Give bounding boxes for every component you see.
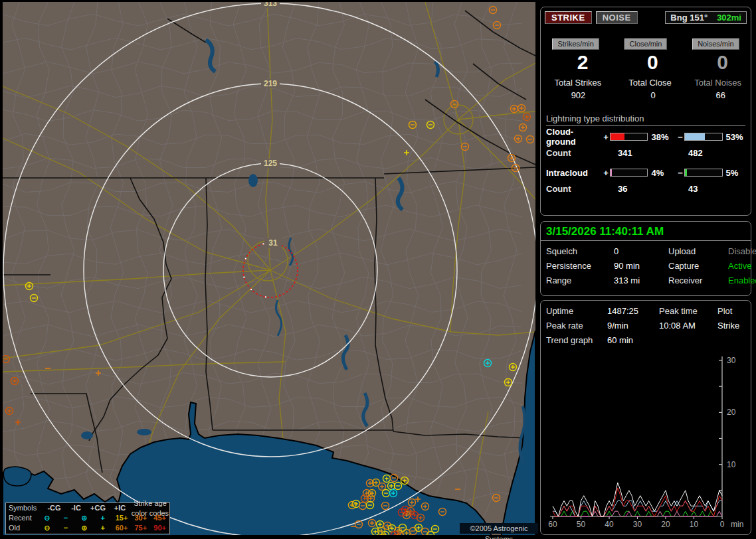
- noise-toggle-button[interactable]: NOISE: [596, 11, 638, 24]
- strike-legend: Symbols -CG -IC +CG +IC Strike age color…: [5, 502, 170, 534]
- pos-cg-count: 341: [618, 148, 688, 158]
- total-noises-value: 66: [681, 90, 751, 100]
- plus-sign: +: [602, 168, 610, 178]
- neg-ic-count: 43: [688, 184, 698, 194]
- pos-ic-count: 36: [618, 184, 688, 194]
- upload-label: Upload: [668, 246, 728, 256]
- strike-toggle-button[interactable]: STRIKE: [545, 11, 592, 24]
- peak-rate-value: 9/min: [607, 321, 659, 331]
- neg-ic-bar: [684, 169, 722, 177]
- trend-xtick-30: 30: [633, 520, 642, 529]
- total-close-label: Total Close: [611, 78, 680, 88]
- copyright-notice: ©2005 Astrogenic Systems: [460, 523, 538, 534]
- neg-cg-bar: [684, 133, 722, 141]
- legend-col-neg-ic: -IC: [65, 503, 87, 513]
- map-canvas[interactable]: 31321912531: [0, 0, 538, 539]
- recent-neg-ic-icon: −: [56, 513, 75, 523]
- range-value: 313 mi: [614, 275, 668, 285]
- trend-graph: 1020306050403020100min: [541, 352, 751, 533]
- strikes-per-min-value: 2: [541, 51, 611, 74]
- status-panel: 3/15/2026 11:40:11 AM Squelch 0 Upload D…: [540, 221, 751, 296]
- trend-series-cg_pos: [553, 488, 722, 516]
- total-strikes-label: Total Strikes: [541, 78, 611, 88]
- close-per-min-chip: Close/min: [624, 38, 668, 50]
- legend-col-neg-cg: -CG: [43, 503, 65, 513]
- pos-ic-percent: 4%: [648, 168, 676, 178]
- recent-neg-cg-icon: ⊖: [38, 513, 56, 523]
- legend-recent-label: Recent: [6, 513, 38, 523]
- age-90: 90+: [150, 523, 169, 533]
- peak-time-value: 10:08 AM: [659, 321, 717, 331]
- persistence-value: 90 min: [614, 261, 668, 271]
- plot-label: Plot: [717, 306, 751, 316]
- trend-xtick-10: 10: [690, 520, 699, 529]
- trend-ytick-10: 10: [727, 460, 736, 469]
- strikes-per-min-chip: Strikes/min: [552, 38, 599, 50]
- pos-cg-bar: [610, 133, 648, 141]
- capture-label: Capture: [668, 261, 728, 271]
- side-panel: STRIKE NOISE Bng 151° 302mi Strikes/min …: [539, 0, 753, 539]
- age-75: 75+: [131, 523, 150, 533]
- ring-label-313: 313: [264, 0, 277, 8]
- legend-col-pos-ic: +IC: [109, 503, 131, 513]
- nexstorm-window: 31321912531 Symbols -CG -IC +CG +IC Stri…: [0, 0, 756, 539]
- uptime-label: Uptime: [546, 306, 607, 316]
- pos-cg-percent: 38%: [648, 132, 676, 142]
- ring-label-31: 31: [268, 238, 278, 248]
- range-label: Range: [546, 275, 614, 285]
- trend-ytick-30: 30: [727, 356, 736, 365]
- recent-pos-ic-icon: +: [94, 513, 112, 523]
- distribution-title: Lightning type distribution: [546, 114, 745, 126]
- old-neg-cg-icon: ⊖: [38, 523, 56, 533]
- total-strikes-value: 902: [541, 90, 611, 100]
- legend-col-pos-cg: +CG: [87, 503, 109, 513]
- legend-symbols-label: Symbols: [6, 503, 43, 513]
- plus-sign: +: [602, 132, 610, 142]
- age-30: 30+: [131, 513, 150, 523]
- minus-sign: −: [676, 132, 684, 142]
- capture-status: Active: [728, 261, 756, 271]
- trend-xtick-0: 0: [720, 520, 725, 529]
- old-neg-ic-icon: −: [56, 523, 75, 533]
- age-60: 60+: [112, 523, 132, 533]
- trend-xtick-60: 60: [548, 520, 557, 529]
- trend-graph-label: Trend graph: [546, 335, 607, 345]
- squelch-label: Squelch: [546, 246, 614, 256]
- trend-xtick-20: 20: [661, 520, 670, 529]
- total-close-value: 0: [611, 90, 680, 100]
- plot-mode-value: Strike: [717, 321, 751, 331]
- age-15: 15+: [112, 513, 132, 523]
- squelch-value: 0: [614, 246, 668, 256]
- cloud-ground-label: Cloud-ground: [546, 127, 602, 147]
- ring-label-125: 125: [264, 159, 277, 168]
- recent-pos-cg-icon: ⊕: [75, 513, 94, 523]
- ring-label-219: 219: [264, 79, 277, 88]
- old-pos-cg-icon: ⊕: [75, 523, 94, 533]
- persistence-label: Persistence: [546, 261, 614, 271]
- ic-count-label: Count: [546, 184, 618, 194]
- neg-cg-count: 482: [688, 148, 703, 158]
- total-noises-label: Total Noises: [681, 78, 751, 88]
- upload-status: Disabled: [728, 246, 756, 256]
- noises-per-min-chip: Noises/min: [692, 38, 739, 50]
- age-45: 45+: [150, 513, 169, 523]
- map-panel: 31321912531 Symbols -CG -IC +CG +IC Stri…: [0, 0, 538, 539]
- trend-xtick-50: 50: [577, 520, 586, 529]
- uptime-value: 1487:25: [607, 306, 659, 316]
- bearing-readout: Bng 151° 302mi: [665, 11, 747, 24]
- pos-ic-bar: [610, 169, 648, 177]
- legend-old-label: Old: [6, 523, 38, 533]
- trend-x-unit: min: [731, 520, 743, 529]
- old-pos-ic-icon: +: [94, 523, 112, 533]
- trend-ytick-20: 20: [727, 408, 736, 417]
- intracloud-label: Intracloud: [546, 168, 602, 178]
- noises-per-min-value: 0: [681, 51, 751, 74]
- bearing-value: Bng 151°: [670, 13, 708, 23]
- bearing-distance: 302mi: [717, 13, 741, 23]
- session-panel: Uptime 1487:25 Peak time Plot Peak rate …: [540, 300, 751, 535]
- cg-count-label: Count: [546, 148, 618, 158]
- close-per-min-value: 0: [611, 51, 680, 74]
- neg-cg-percent: 53%: [723, 132, 751, 142]
- peak-rate-label: Peak rate: [546, 321, 607, 331]
- datetime-display: 3/15/2026 11:40:11 AM: [541, 222, 751, 241]
